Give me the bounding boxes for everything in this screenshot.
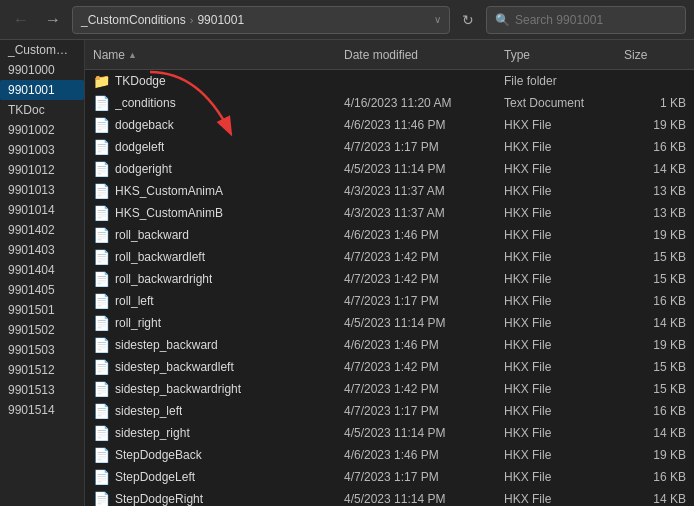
file-size-cell: 13 KB <box>620 184 690 198</box>
sidebar-item-9901403[interactable]: 9901403 <box>0 240 84 260</box>
address-bar[interactable]: _CustomConditions › 9901001 ∨ <box>72 6 450 34</box>
sidebar-item-9901503[interactable]: 9901503 <box>0 340 84 360</box>
col-name-label: Name <box>93 48 125 62</box>
file-type-cell: HKX File <box>500 184 620 198</box>
file-icon: 📄 <box>93 183 110 199</box>
file-type-cell: HKX File <box>500 272 620 286</box>
table-row[interactable]: 📄HKS_CustomAnimA4/3/2023 11:37 AMHKX Fil… <box>85 180 694 202</box>
search-input[interactable] <box>515 13 677 27</box>
file-name-text: TKDodge <box>115 74 166 88</box>
file-icon: 📄 <box>93 227 110 243</box>
sidebar-item-9901514[interactable]: 9901514 <box>0 400 84 420</box>
sidebar-item-9901000[interactable]: 9901000 <box>0 60 84 80</box>
sidebar-item-9901404[interactable]: 9901404 <box>0 260 84 280</box>
file-list: 📁TKDodgeFile folder📄_conditions4/16/2023… <box>85 70 694 506</box>
table-row[interactable]: 📄dodgeback4/6/2023 11:46 PMHKX File19 KB <box>85 114 694 136</box>
file-date-cell: 4/5/2023 11:14 PM <box>340 316 500 330</box>
col-header-date[interactable]: Date modified <box>340 48 500 62</box>
table-row[interactable]: 📄sidestep_right4/5/2023 11:14 PMHKX File… <box>85 422 694 444</box>
sidebar-item-9901014[interactable]: 9901014 <box>0 200 84 220</box>
file-type-cell: File folder <box>500 74 620 88</box>
sidebar-item-9901003[interactable]: 9901003 <box>0 140 84 160</box>
table-row[interactable]: 📄sidestep_backwardright4/7/2023 1:42 PMH… <box>85 378 694 400</box>
file-size-cell: 19 KB <box>620 448 690 462</box>
col-header-type[interactable]: Type <box>500 48 620 62</box>
file-icon: 📄 <box>93 139 110 155</box>
search-box[interactable]: 🔍 <box>486 6 686 34</box>
file-name-text: roll_backward <box>115 228 189 242</box>
file-name-cell: 📄HKS_CustomAnimB <box>89 205 340 221</box>
file-date-cell: 4/16/2023 11:20 AM <box>340 96 500 110</box>
table-row[interactable]: 📄StepDodgeBack4/6/2023 1:46 PMHKX File19… <box>85 444 694 466</box>
table-row[interactable]: 📄roll_backward4/6/2023 1:46 PMHKX File19… <box>85 224 694 246</box>
file-name-cell: 📄roll_left <box>89 293 340 309</box>
file-date-cell: 4/6/2023 1:46 PM <box>340 228 500 242</box>
file-name-text: roll_backwardright <box>115 272 212 286</box>
file-name-text: _conditions <box>115 96 176 110</box>
file-icon: 📄 <box>93 161 110 177</box>
file-size-cell: 19 KB <box>620 228 690 242</box>
file-icon: 📄 <box>93 469 110 485</box>
content-area: Name ▲ Date modified Type Size <box>85 40 694 506</box>
sidebar-item-9901502[interactable]: 9901502 <box>0 320 84 340</box>
table-row[interactable]: 📄roll_left4/7/2023 1:17 PMHKX File16 KB <box>85 290 694 312</box>
sort-arrow-icon: ▲ <box>128 50 137 60</box>
file-size-cell: 15 KB <box>620 272 690 286</box>
file-name-cell: 📄dodgeleft <box>89 139 340 155</box>
file-name-cell: 📁TKDodge <box>89 73 340 89</box>
file-icon: 📄 <box>93 249 110 265</box>
file-name-text: StepDodgeBack <box>115 448 202 462</box>
table-row[interactable]: 📄StepDodgeRight4/5/2023 11:14 PMHKX File… <box>85 488 694 506</box>
file-name-text: roll_left <box>115 294 154 308</box>
address-chevron-icon: ∨ <box>434 14 441 25</box>
table-row[interactable]: 📄StepDodgeLeft4/7/2023 1:17 PMHKX File16… <box>85 466 694 488</box>
table-row[interactable]: 📄roll_backwardleft4/7/2023 1:42 PMHKX Fi… <box>85 246 694 268</box>
file-name-cell: 📄sidestep_right <box>89 425 340 441</box>
sidebar-item-9901001[interactable]: 9901001 <box>0 80 84 100</box>
table-row[interactable]: 📄dodgeright4/5/2023 11:14 PMHKX File14 K… <box>85 158 694 180</box>
table-row[interactable]: 📄_conditions4/16/2023 11:20 AMText Docum… <box>85 92 694 114</box>
file-type-cell: Text Document <box>500 96 620 110</box>
forward-button[interactable]: → <box>40 9 66 31</box>
table-row[interactable]: 📁TKDodgeFile folder <box>85 70 694 92</box>
file-name-text: sidestep_left <box>115 404 182 418</box>
sidebar-item-custom[interactable]: _Custom… <box>0 40 84 60</box>
file-date-cell: 4/6/2023 1:46 PM <box>340 338 500 352</box>
table-row[interactable]: 📄roll_right4/5/2023 11:14 PMHKX File14 K… <box>85 312 694 334</box>
sidebar-item-9901402[interactable]: 9901402 <box>0 220 84 240</box>
table-row[interactable]: 📄dodgeleft4/7/2023 1:17 PMHKX File16 KB <box>85 136 694 158</box>
file-name-text: HKS_CustomAnimB <box>115 206 223 220</box>
sidebar-item-9901405[interactable]: 9901405 <box>0 280 84 300</box>
file-icon: 📄 <box>93 271 110 287</box>
file-icon: 📄 <box>93 359 110 375</box>
table-row[interactable]: 📄roll_backwardright4/7/2023 1:42 PMHKX F… <box>85 268 694 290</box>
sidebar-item-9901013[interactable]: 9901013 <box>0 180 84 200</box>
sidebar-item-TKDoc[interactable]: TKDoc <box>0 100 84 120</box>
sidebar-item-9901501[interactable]: 9901501 <box>0 300 84 320</box>
file-name-cell: 📄StepDodgeBack <box>89 447 340 463</box>
file-type-cell: HKX File <box>500 338 620 352</box>
file-type-cell: HKX File <box>500 228 620 242</box>
file-size-cell: 14 KB <box>620 162 690 176</box>
file-name-text: roll_right <box>115 316 161 330</box>
refresh-button[interactable]: ↻ <box>456 10 480 30</box>
table-row[interactable]: 📄sidestep_left4/7/2023 1:17 PMHKX File16… <box>85 400 694 422</box>
table-row[interactable]: 📄sidestep_backward4/6/2023 1:46 PMHKX Fi… <box>85 334 694 356</box>
sidebar-item-9901513[interactable]: 9901513 <box>0 380 84 400</box>
table-row[interactable]: 📄HKS_CustomAnimB4/3/2023 11:37 AMHKX Fil… <box>85 202 694 224</box>
back-button[interactable]: ← <box>8 9 34 31</box>
col-type-label: Type <box>504 48 530 62</box>
col-header-size[interactable]: Size <box>620 48 690 62</box>
file-size-cell: 1 KB <box>620 96 690 110</box>
sidebar-item-9901002[interactable]: 9901002 <box>0 120 84 140</box>
file-name-text: dodgeright <box>115 162 172 176</box>
file-date-cell: 4/5/2023 11:14 PM <box>340 162 500 176</box>
col-header-name[interactable]: Name ▲ <box>89 48 340 62</box>
sidebar-item-9901512[interactable]: 9901512 <box>0 360 84 380</box>
file-size-cell: 14 KB <box>620 316 690 330</box>
file-name-cell: 📄StepDodgeRight <box>89 491 340 506</box>
sidebar-item-9901012[interactable]: 9901012 <box>0 160 84 180</box>
file-name-cell: 📄sidestep_backwardleft <box>89 359 340 375</box>
table-row[interactable]: 📄sidestep_backwardleft4/7/2023 1:42 PMHK… <box>85 356 694 378</box>
file-name-cell: 📄sidestep_backward <box>89 337 340 353</box>
